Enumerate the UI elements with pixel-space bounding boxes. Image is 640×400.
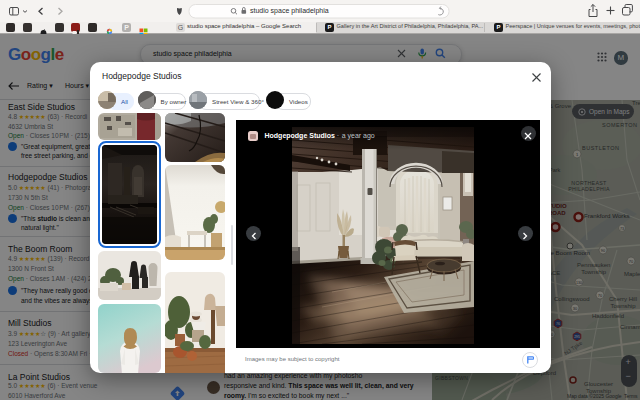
svg-text:studio space philadelphia: studio space philadelphia xyxy=(250,7,329,15)
